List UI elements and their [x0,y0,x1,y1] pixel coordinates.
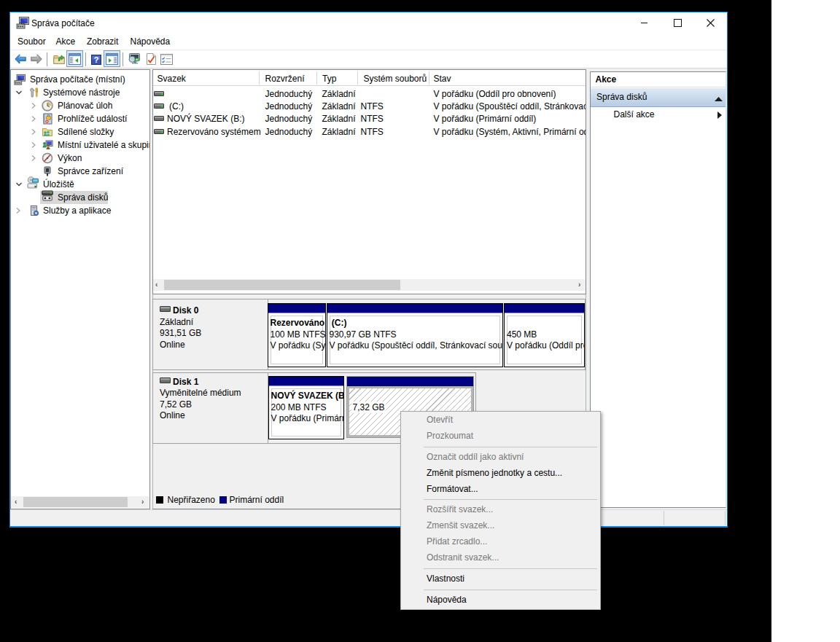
svg-text:?: ? [94,55,99,64]
